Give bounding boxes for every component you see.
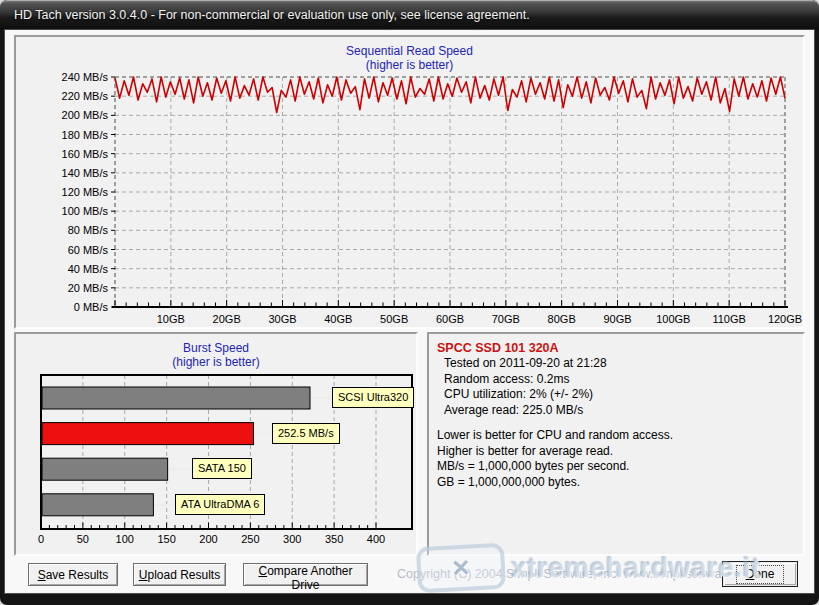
hd-tach-window: HD Tach version 3.0.4.0 - For non-commer… xyxy=(0,0,819,605)
sequential-read-chart: 0 MB/s20 MB/s40 MB/s60 MB/s80 MB/s100 MB… xyxy=(16,37,803,327)
burst-bar-0 xyxy=(42,387,310,409)
axis-tick-label: 20 MB/s xyxy=(68,282,109,294)
axis-tick-label: 40 MB/s xyxy=(68,263,109,275)
axis-tick-label: 100GB xyxy=(656,313,690,325)
drive-info-panel: SPCC SSD 101 320A Tested on 2011-09-20 a… xyxy=(427,332,805,556)
done-button[interactable]: Done xyxy=(722,561,798,587)
sequential-read-panel: Sequential Read Speed (higher is better)… xyxy=(14,35,805,329)
axis-tick-label: 220 MB/s xyxy=(62,90,109,102)
axis-tick-label: 140 MB/s xyxy=(62,167,109,179)
cpu-utilization-line: CPU utilization: 2% (+/- 2%) xyxy=(437,387,797,403)
random-access-line: Random access: 0.2ms xyxy=(437,372,797,388)
note-line-4: GB = 1,000,000,000 bytes. xyxy=(437,475,797,491)
axis-tick-label: 120 MB/s xyxy=(62,186,109,198)
drive-name: SPCC SSD 101 320A xyxy=(437,340,797,356)
burst-bar-2 xyxy=(42,458,168,480)
note-line-3: MB/s = 1,000,000 bytes per second. xyxy=(437,459,797,475)
axis-tick-label: 300 xyxy=(283,533,301,545)
burst-speed-panel: Burst Speed (higher is better) 050100150… xyxy=(14,332,418,556)
axis-tick-label: 240 MB/s xyxy=(62,71,109,83)
axis-tick-label: 180 MB/s xyxy=(62,129,109,141)
axis-tick-label: 200 MB/s xyxy=(62,109,109,121)
axis-tick-label: 0 MB/s xyxy=(74,301,109,313)
axis-tick-label: 90GB xyxy=(603,313,631,325)
axis-tick-label: 160 MB/s xyxy=(62,148,109,160)
axis-tick-label: 250 xyxy=(241,533,259,545)
axis-tick-label: 100 MB/s xyxy=(62,205,109,217)
compare-label-key: C xyxy=(258,564,267,578)
upload-results-label: pload Results xyxy=(147,568,220,582)
axis-tick-label: 350 xyxy=(325,533,343,545)
burst-chart-subtitle: (higher is better) xyxy=(16,355,416,369)
burst-chart-title: Burst Speed xyxy=(16,341,416,355)
note-line-1: Lower is better for CPU and random acces… xyxy=(437,428,797,444)
done-focus-ring: Done xyxy=(736,565,785,584)
axis-tick-label: 30GB xyxy=(268,313,296,325)
axis-tick-label: 110GB xyxy=(712,313,745,325)
axis-tick-label: 150 xyxy=(157,533,175,545)
axis-tick-label: 10GB xyxy=(157,313,185,325)
burst-label-ata-ultradma6: ATA UltraDMA 6 xyxy=(175,494,265,515)
done-label-key: D xyxy=(746,567,755,581)
axis-tick-label: 60 MB/s xyxy=(68,244,109,256)
compare-label: ompare Another Drive xyxy=(267,564,352,592)
axis-tick-label: 80 MB/s xyxy=(68,224,109,236)
axis-tick-label: 400 xyxy=(367,533,385,545)
tested-on-line: Tested on 2011-09-20 at 21:28 xyxy=(437,356,797,372)
axis-tick-label: 50GB xyxy=(380,313,408,325)
axis-tick-label: 80GB xyxy=(548,313,576,325)
burst-label-scsi-ultra320: SCSI Ultra320 xyxy=(332,387,414,408)
upload-results-button[interactable]: Upload Results xyxy=(133,563,226,586)
axis-tick-label: 100 xyxy=(116,533,134,545)
sequential-chart-title: Sequential Read Speed xyxy=(16,44,803,58)
copyright-text: Copyright (C) 2004 Simpli Software, Inc.… xyxy=(397,567,760,581)
axis-tick-label: 50 xyxy=(77,533,89,545)
done-label: one xyxy=(754,567,774,581)
axis-tick-label: 120GB xyxy=(768,313,802,325)
axis-tick-label: 70GB xyxy=(492,313,520,325)
axis-tick-label: 40GB xyxy=(324,313,352,325)
window-title: HD Tach version 3.0.4.0 - For non-commer… xyxy=(14,0,530,30)
burst-label-drive-value: 252.5 MB/s xyxy=(272,423,340,444)
axis-tick-label: 0 xyxy=(38,533,44,545)
average-read-line: Average read: 225.0 MB/s xyxy=(437,403,797,419)
burst-bar-3 xyxy=(42,494,153,516)
save-results-label-key: S xyxy=(38,568,46,582)
note-line-2: Higher is better for average read. xyxy=(437,444,797,460)
axis-tick-label: 20GB xyxy=(213,313,241,325)
save-results-button[interactable]: Save Results xyxy=(28,563,118,586)
burst-label-sata-150: SATA 150 xyxy=(192,458,252,479)
compare-another-drive-button[interactable]: Compare Another Drive xyxy=(243,563,368,586)
axis-tick-label: 60GB xyxy=(436,313,464,325)
title-bar[interactable]: HD Tach version 3.0.4.0 - For non-commer… xyxy=(0,0,819,30)
axis-tick-label: 200 xyxy=(199,533,217,545)
sequential-chart-subtitle: (higher is better) xyxy=(16,58,803,72)
burst-bar-1 xyxy=(42,423,253,445)
client-area: Sequential Read Speed (higher is better)… xyxy=(5,30,814,593)
save-results-label: ave Results xyxy=(46,568,109,582)
